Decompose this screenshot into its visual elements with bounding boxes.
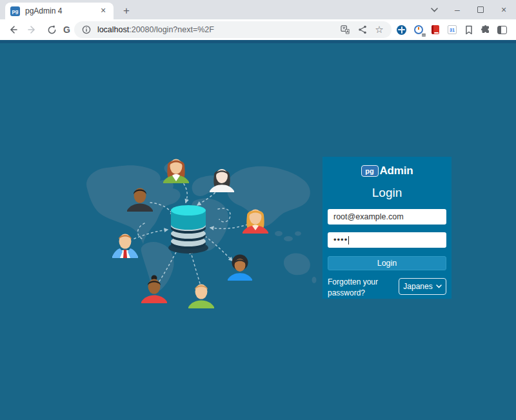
new-tab-button[interactable]: + [119,3,134,19]
forward-icon[interactable] [25,22,40,37]
window-close-icon[interactable]: × [497,3,511,17]
window-controls: – × [427,0,511,19]
url-path: :20080/login?next=%2F [129,25,214,34]
pgadmin-logo-badge: pg [361,165,379,177]
text-caret [348,236,349,245]
forgot-password-link[interactable]: Forgotten your password? [328,277,392,299]
address-bar[interactable]: localhost:20080/login?next=%2F ☆ [74,21,392,38]
pgadmin-login-page: pg Admin Login •••• Login Forgotten your… [0,40,516,420]
blue-target-extension-icon[interactable] [395,23,408,36]
language-selected-value: Japanes [403,282,432,291]
bookmark-flag-icon[interactable] [462,23,475,36]
url-text[interactable]: localhost:20080/login?next=%2F [97,25,335,34]
browser-window: pg pgAdmin 4 × + – × G [0,0,516,420]
chevron-down-icon [436,285,442,288]
password-field[interactable]: •••• [328,232,446,248]
bookmark-star-icon[interactable]: ☆ [373,24,385,35]
avatar-man-tie [112,234,138,259]
login-panel: pg Admin Login •••• Login Forgotten your… [322,157,452,299]
language-select[interactable]: Japanes [399,278,446,295]
translate-icon[interactable] [340,24,352,35]
avatar-man-green [188,285,214,309]
tab-strip: pg pgAdmin 4 × + – × [0,0,516,19]
google-g-icon[interactable]: G [63,22,70,37]
browser-tab[interactable]: pg pgAdmin 4 × [5,3,114,19]
tab-close-icon[interactable]: × [98,6,108,16]
clock-lock-extension-icon[interactable] [412,23,425,36]
reload-icon[interactable] [44,22,59,37]
window-minimize-icon[interactable]: – [450,3,464,17]
browser-toolbar: G localhost:20080/login?next=%2F [0,19,516,40]
side-panel-icon[interactable] [496,23,509,36]
red-book-extension-icon[interactable] [429,23,442,36]
avatar-person-blue [228,255,252,281]
pgadmin-logo-wordmark: Admin [380,165,413,177]
page-info-icon[interactable] [81,24,92,35]
window-maximize-icon[interactable] [473,3,488,17]
password-mask: •••• [333,237,348,243]
back-icon[interactable] [5,22,21,37]
login-button[interactable]: Login [328,256,446,270]
window-chevron-icon[interactable] [427,3,441,17]
database-icon [168,205,208,254]
pgadmin-favicon: pg [10,6,20,16]
email-field[interactable] [328,209,446,225]
extensions-puzzle-icon[interactable] [479,23,492,36]
login-title: Login [328,186,446,200]
share-icon[interactable] [357,24,368,35]
tab-title: pgAdmin 4 [25,6,98,15]
chrome-menu-icon[interactable]: ⋮ [513,24,516,35]
calendar-extension-icon[interactable]: 31 [446,23,459,36]
pgadmin-logo: pg Admin [328,165,446,177]
url-host: localhost [97,25,129,34]
